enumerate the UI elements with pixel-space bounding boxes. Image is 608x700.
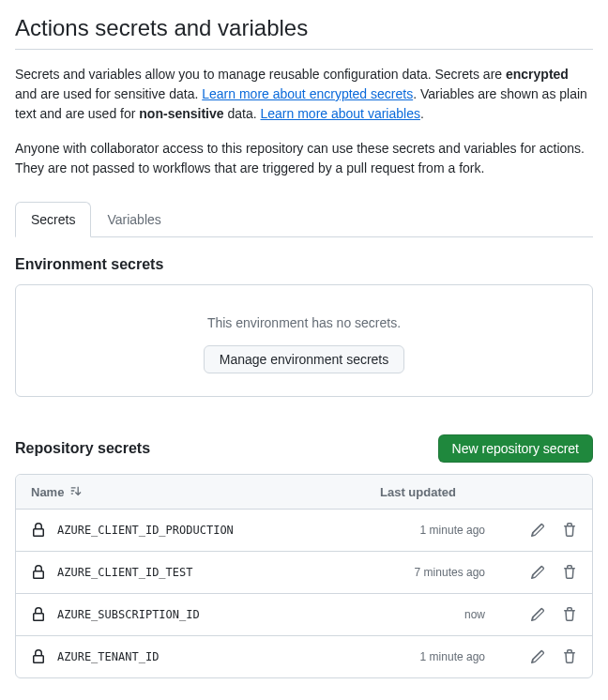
environment-empty-text: This environment has no secrets.: [31, 315, 577, 330]
sort-icon[interactable]: [69, 484, 84, 499]
table-row: AZURE_SUBSCRIPTION_IDnow: [16, 594, 592, 636]
learn-more-variables-link[interactable]: Learn more about variables: [260, 106, 419, 121]
secret-name: AZURE_SUBSCRIPTION_ID: [57, 608, 200, 621]
lock-icon: [31, 565, 46, 580]
table-row: AZURE_CLIENT_ID_PRODUCTION1 minute ago: [16, 510, 592, 552]
intro-text: Secrets and variables allow you to manag…: [15, 67, 506, 82]
trash-icon[interactable]: [562, 565, 577, 580]
secret-updated: now: [380, 608, 502, 621]
page-title: Actions secrets and variables: [15, 15, 593, 50]
intro-text: and are used for sensitive data.: [15, 86, 202, 101]
intro-paragraph-2: Anyone with collaborator access to this …: [15, 139, 593, 178]
new-repository-secret-button[interactable]: New repository secret: [438, 434, 593, 463]
column-header-name[interactable]: Name: [31, 485, 64, 499]
environment-secrets-box: This environment has no secrets. Manage …: [15, 284, 593, 397]
secret-name: AZURE_TENANT_ID: [57, 650, 159, 663]
pencil-icon[interactable]: [530, 565, 545, 580]
intro-text: .: [420, 106, 424, 121]
intro-paragraph-1: Secrets and variables allow you to manag…: [15, 65, 593, 124]
trash-icon[interactable]: [562, 607, 577, 622]
table-header: Name Last updated: [16, 475, 592, 510]
trash-icon[interactable]: [562, 523, 577, 538]
environment-secrets-heading: Environment secrets: [15, 256, 593, 273]
column-header-updated: Last updated: [380, 485, 502, 499]
tab-secrets[interactable]: Secrets: [15, 202, 91, 237]
pencil-icon[interactable]: [530, 649, 545, 664]
secret-updated: 1 minute ago: [380, 650, 502, 663]
tabs: Secrets Variables: [15, 201, 593, 237]
secret-updated: 7 minutes ago: [380, 566, 502, 579]
lock-icon: [31, 649, 46, 664]
lock-icon: [31, 523, 46, 538]
lock-icon: [31, 607, 46, 622]
secret-updated: 1 minute ago: [380, 524, 502, 537]
pencil-icon[interactable]: [530, 523, 545, 538]
tab-variables[interactable]: Variables: [91, 202, 176, 237]
intro-bold-encrypted: encrypted: [506, 67, 569, 82]
table-row: AZURE_CLIENT_ID_TEST7 minutes ago: [16, 552, 592, 594]
secret-name: AZURE_CLIENT_ID_TEST: [57, 566, 193, 579]
repository-secrets-table: Name Last updated AZURE_CLIENT_ID_PRODUC…: [15, 474, 593, 678]
learn-more-secrets-link[interactable]: Learn more about encrypted secrets: [202, 86, 413, 101]
repository-secrets-heading: Repository secrets: [15, 440, 150, 457]
intro-bold-nonsensitive: non-sensitive: [139, 106, 223, 121]
trash-icon[interactable]: [562, 649, 577, 664]
intro-text: data.: [224, 106, 261, 121]
table-row: AZURE_TENANT_ID1 minute ago: [16, 636, 592, 677]
pencil-icon[interactable]: [530, 607, 545, 622]
secret-name: AZURE_CLIENT_ID_PRODUCTION: [57, 524, 234, 537]
manage-environment-secrets-button[interactable]: Manage environment secrets: [204, 345, 405, 373]
